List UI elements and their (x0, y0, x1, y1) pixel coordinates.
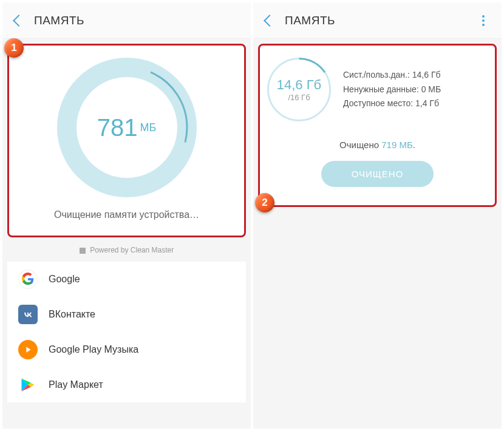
cleaned-suffix: . (413, 140, 415, 150)
storage-used: 14,6 Гб (277, 77, 321, 93)
app-name: Google (49, 274, 80, 285)
info-available: Доступное место: 1,4 Гб (343, 97, 441, 111)
info-junk: Ненужные данные: 0 МБ (343, 83, 441, 97)
storage-total: /16 Гб (288, 93, 310, 102)
more-icon[interactable] (477, 10, 489, 31)
play-music-icon (18, 340, 38, 359)
list-item[interactable]: Play Маркет (7, 367, 246, 402)
header: ПАМЯТЬ (253, 2, 502, 39)
header: ПАМЯТЬ (2, 2, 251, 39)
app-name: Google Play Музыка (49, 344, 138, 355)
list-item[interactable]: ВКонтакте (7, 297, 246, 332)
step-badge-2: 2 (255, 193, 274, 212)
memory-value: 781 (97, 114, 138, 141)
small-ring-center: 14,6 Гб /16 Гб (267, 58, 331, 121)
list-item[interactable]: Google Play Музыка (7, 332, 246, 367)
back-icon[interactable] (264, 15, 276, 27)
ring-center: 781 МБ (57, 58, 197, 197)
cleaned-button[interactable]: ОЧИЩЕНО (321, 161, 434, 187)
right-panel: ПАМЯТЬ 2 14,6 Гб /16 Гб Сист./польз.дан.… (253, 2, 502, 429)
status-text: Очищение памяти устройства… (9, 209, 244, 220)
cleaned-prefix: Очищено (339, 140, 381, 150)
back-icon[interactable] (13, 15, 25, 27)
storage-info: Сист./польз.дан.: 14,6 Гб Ненужные данны… (343, 68, 441, 111)
page-title: ПАМЯТЬ (34, 14, 84, 27)
vk-icon (18, 305, 38, 324)
highlight-box-1: 1 781 МБ Очищение памяти устройства… (7, 44, 246, 237)
broom-icon (80, 248, 86, 254)
powered-by: Powered by Clean Master (7, 242, 246, 258)
storage-row: 14,6 Гб /16 Гб Сист./польз.дан.: 14,6 Гб… (267, 58, 488, 121)
memory-unit: МБ (140, 121, 156, 134)
app-name: Play Маркет (49, 379, 103, 390)
powered-label: Powered by Clean Master (90, 246, 174, 254)
app-name: ВКонтакте (49, 309, 95, 320)
cleaned-amount: 719 МБ (381, 140, 413, 150)
page-title: ПАМЯТЬ (285, 14, 335, 27)
storage-ring: 14,6 Гб /16 Гб (267, 58, 331, 121)
progress-ring: 781 МБ (57, 58, 197, 197)
cleaned-text: Очищено 719 МБ. (267, 140, 488, 150)
app-list: Google ВКонтакте Google Play Музыка Play… (7, 262, 246, 402)
highlight-box-2: 2 14,6 Гб /16 Гб Сист./польз.дан.: 14,6 … (258, 44, 497, 207)
play-store-icon (18, 375, 38, 395)
left-panel: ПАМЯТЬ 1 781 МБ Очищение памяти устройст… (2, 2, 251, 429)
cleaning-card: 781 МБ Очищение памяти устройства… (9, 46, 244, 236)
google-icon (18, 270, 38, 289)
storage-card: 14,6 Гб /16 Гб Сист./польз.дан.: 14,6 Гб… (260, 46, 495, 205)
info-system: Сист./польз.дан.: 14,6 Гб (343, 68, 441, 83)
step-badge-1: 1 (4, 38, 24, 58)
list-item[interactable]: Google (7, 262, 246, 297)
